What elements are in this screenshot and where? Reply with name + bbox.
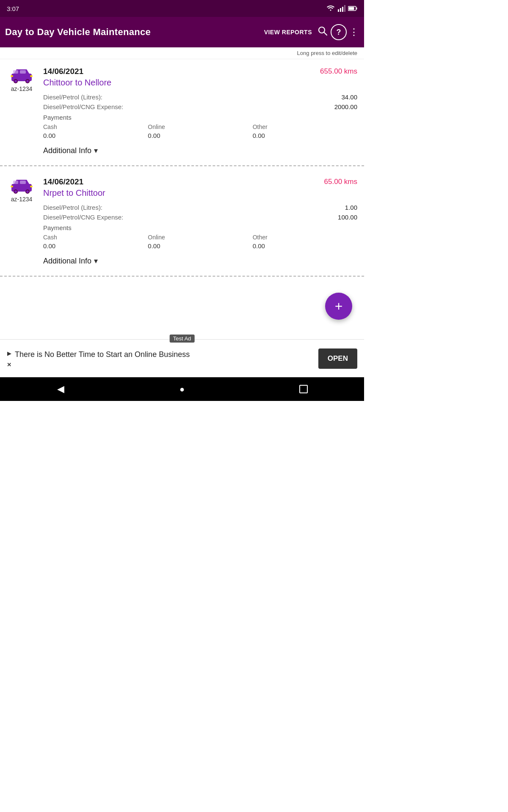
online-header-2: Online: [148, 234, 252, 241]
wifi-icon: [326, 5, 335, 12]
other-header-1: Other: [253, 123, 357, 130]
svg-point-15: [26, 80, 29, 82]
diesel-litres-label-2: Diesel/Petrol (Litres):: [43, 204, 102, 211]
nav-bar: ◀ ●: [0, 377, 364, 401]
additional-info-text-1: Additional Info: [43, 146, 91, 155]
ad-banner: Test Ad ▶ ✕ There is No Better Time to S…: [0, 339, 364, 377]
trip-kms-2: 65.00 kms: [324, 178, 357, 186]
app-title: Day to Day Vehicle Maintenance: [5, 27, 257, 38]
expense-row-2: Diesel/Petrol/CNG Expense: 100.00: [43, 214, 357, 221]
svg-rect-20: [20, 181, 26, 184]
vehicle-id-2: az-1234: [11, 196, 33, 203]
vehicle-info-2: az-1234: [7, 177, 36, 203]
expense-row-1: Diesel/Petrol/CNG Expense: 2000.00: [43, 103, 357, 110]
car-icon-1: [10, 67, 33, 84]
payments-values-1: 0.00 0.00 0.00: [43, 132, 357, 139]
signal-icon: [338, 5, 345, 12]
expense-value-2: 100.00: [338, 214, 357, 221]
diesel-litres-row-2: Diesel/Petrol (Litres): 1.00: [43, 204, 357, 211]
svg-rect-17: [30, 75, 33, 77]
content: az-1234 14/06/2021 655.00 kms Chittoor t…: [0, 59, 364, 339]
additional-info-text-2: Additional Info: [43, 257, 91, 266]
trip-header-1: az-1234 14/06/2021 655.00 kms Chittoor t…: [7, 67, 357, 158]
trip-details-2: 14/06/2021 65.00 kms Nrpet to Chittoor D…: [43, 177, 357, 268]
additional-info-row-2[interactable]: Additional Info ▾: [43, 254, 357, 268]
svg-rect-6: [349, 7, 354, 10]
diesel-litres-value-2: 1.00: [345, 204, 357, 211]
additional-info-row-1[interactable]: Additional Info ▾: [43, 143, 357, 158]
online-value-1: 0.00: [148, 132, 252, 139]
app-bar-actions: VIEW REPORTS ? ⋮: [262, 24, 359, 40]
svg-rect-16: [11, 75, 13, 77]
other-value-2: 0.00: [253, 242, 357, 250]
payments-values-2: 0.00 0.00 0.00: [43, 242, 357, 250]
payments-label-1: Payments: [43, 114, 357, 121]
trip-top-row-2: 14/06/2021 65.00 kms: [43, 177, 357, 187]
trip-details-1: 14/06/2021 655.00 kms Chittoor to Nellor…: [43, 67, 357, 158]
svg-point-23: [14, 190, 17, 193]
divider-2: [0, 276, 364, 277]
online-header-1: Online: [148, 123, 252, 130]
ad-label: Test Ad: [170, 335, 195, 343]
svg-rect-26: [30, 186, 33, 187]
payments-header-2: Cash Online Other: [43, 234, 357, 241]
hint-bar: Long press to edit/delete: [0, 47, 364, 59]
trip-date-2: 14/06/2021: [43, 177, 83, 187]
expense-label-2: Diesel/Petrol/CNG Expense:: [43, 214, 123, 221]
cash-header-2: Cash: [43, 234, 148, 241]
diesel-litres-row-1: Diesel/Petrol (Litres): 34.00: [43, 93, 357, 101]
diesel-litres-label-1: Diesel/Petrol (Litres):: [43, 93, 102, 101]
status-bar: 3:07: [0, 0, 364, 17]
nav-back-button[interactable]: ◀: [48, 381, 73, 398]
svg-rect-2: [342, 7, 343, 12]
trip-top-row-1: 14/06/2021 655.00 kms: [43, 67, 357, 76]
svg-rect-1: [340, 8, 341, 12]
other-value-1: 0.00: [253, 132, 357, 139]
status-time: 3:07: [7, 5, 19, 12]
svg-rect-3: [344, 5, 345, 12]
other-header-2: Other: [253, 234, 357, 241]
ad-close-icon[interactable]: ✕: [7, 362, 11, 368]
online-value-2: 0.00: [148, 242, 252, 250]
trip-date-1: 14/06/2021: [43, 67, 83, 76]
expense-label-1: Diesel/Petrol/CNG Expense:: [43, 103, 123, 110]
vehicle-info-1: az-1234: [7, 67, 36, 92]
trip-route-2: Nrpet to Chittoor: [43, 188, 357, 198]
payments-header-1: Cash Online Other: [43, 123, 357, 130]
ad-arrow-icon: ▶: [7, 350, 11, 357]
cash-value-1: 0.00: [43, 132, 148, 139]
search-icon[interactable]: [317, 25, 328, 39]
ad-open-button[interactable]: OPEN: [318, 348, 357, 369]
nav-recent-icon: [299, 385, 308, 393]
hint-text: Long press to edit/delete: [297, 50, 357, 56]
nav-back-icon: ◀: [57, 384, 64, 395]
svg-point-24: [26, 190, 29, 193]
expense-value-1: 2000.00: [334, 103, 357, 110]
nav-recent-button[interactable]: [291, 381, 316, 398]
ad-left: ▶ ✕ There is No Better Time to Start an …: [7, 349, 313, 368]
chevron-down-icon-1: ▾: [94, 146, 98, 155]
svg-rect-25: [11, 186, 13, 187]
svg-rect-19: [13, 181, 18, 184]
divider-1: [0, 165, 364, 166]
more-options-icon[interactable]: ⋮: [349, 27, 359, 38]
cash-value-2: 0.00: [43, 242, 148, 250]
svg-point-14: [14, 80, 17, 82]
trip-card-2: az-1234 14/06/2021 65.00 kms Nrpet to Ch…: [0, 170, 364, 272]
trip-kms-1: 655.00 kms: [320, 67, 357, 76]
svg-rect-11: [20, 70, 26, 74]
payments-label-2: Payments: [43, 224, 357, 231]
app-bar: Day to Day Vehicle Maintenance VIEW REPO…: [0, 17, 364, 47]
chevron-down-icon-2: ▾: [94, 256, 98, 266]
diesel-litres-value-1: 34.00: [341, 93, 357, 101]
trip-card-1: az-1234 14/06/2021 655.00 kms Chittoor t…: [0, 59, 364, 162]
nav-home-button[interactable]: ●: [169, 381, 195, 398]
ad-text: There is No Better Time to Start an Onli…: [15, 349, 190, 360]
nav-home-icon: ●: [179, 384, 185, 394]
add-button[interactable]: +: [325, 293, 352, 320]
car-icon-2: [10, 177, 33, 194]
view-reports-button[interactable]: VIEW REPORTS: [262, 25, 315, 39]
battery-icon: [348, 5, 357, 11]
help-icon[interactable]: ?: [331, 24, 347, 40]
vehicle-id-1: az-1234: [11, 85, 33, 92]
